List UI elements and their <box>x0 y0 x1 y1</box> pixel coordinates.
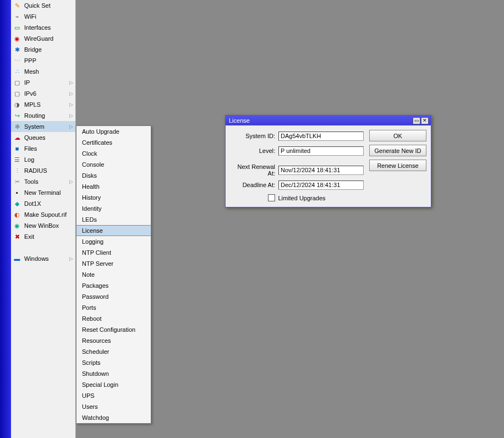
renewal-field[interactable]: Nov/12/2024 18:41:31 <box>278 166 364 175</box>
sidebar-item-ip[interactable]: ▢IP▷ <box>11 77 75 88</box>
sidebar-item-label: Tools <box>24 178 73 185</box>
submenu-arrow-icon: ▷ <box>69 80 73 85</box>
queues-icon: ☁ <box>13 134 21 141</box>
submenu-item-clock[interactable]: Clock <box>76 148 151 159</box>
sidebar-item-radius[interactable]: ⋮RADIUS <box>11 165 75 176</box>
submenu-item-ntp-client[interactable]: NTP Client <box>76 247 151 258</box>
submenu-item-reboot[interactable]: Reboot <box>76 313 151 324</box>
renew-license-button[interactable]: Renew License <box>369 160 426 171</box>
sidebar-item-label: WiFi <box>24 13 73 20</box>
submenu-item-packages[interactable]: Packages <box>76 280 151 291</box>
submenu-item-health[interactable]: Health <box>76 181 151 192</box>
limited-upgrades-checkbox[interactable] <box>268 194 275 201</box>
close-icon[interactable]: ✕ <box>421 117 429 124</box>
sidebar-item-label: Interfaces <box>24 24 73 31</box>
generate-new-id-button[interactable]: Generate New ID <box>369 145 426 156</box>
sidebar-item-label: Windows <box>24 255 73 262</box>
routing-icon: ↪ <box>13 112 21 119</box>
deadline-field[interactable]: Dec/12/2024 18:41:31 <box>278 180 364 190</box>
sidebar: ✎Quick Set⌁WiFi▭Interfaces◉WireGuard✱Bri… <box>11 0 76 438</box>
sidebar-item-quick-set[interactable]: ✎Quick Set <box>11 0 75 11</box>
submenu-item-auto-upgrade[interactable]: Auto Upgrade <box>76 126 151 137</box>
submenu-item-license[interactable]: License <box>76 225 151 236</box>
sidebar-item-ppp[interactable]: ⋯PPP <box>11 55 75 66</box>
sidebar-item-mesh[interactable]: ∴Mesh <box>11 66 75 77</box>
sidebar-item-dot1x[interactable]: ◆Dot1X <box>11 198 75 209</box>
sidebar-item-label: Queues <box>24 134 73 141</box>
make-supout-rif-icon: ◐ <box>13 211 21 218</box>
level-label: Level: <box>230 147 278 154</box>
submenu-item-leds[interactable]: LEDs <box>76 214 151 225</box>
renewal-label: Next Renewal At: <box>230 163 278 177</box>
submenu-item-ups[interactable]: UPS <box>76 390 151 401</box>
sidebar-item-system[interactable]: ✻System▷ <box>11 121 75 132</box>
sidebar-item-label: Files <box>24 145 73 152</box>
sidebar-item-log[interactable]: ☰Log <box>11 154 75 165</box>
submenu-item-certificates[interactable]: Certificates <box>76 137 151 148</box>
sidebar-item-label: IP <box>24 79 73 86</box>
ok-button[interactable]: OK <box>369 130 426 141</box>
sidebar-item-queues[interactable]: ☁Queues <box>11 132 75 143</box>
sidebar-item-label: Log <box>24 156 73 163</box>
quick-set-icon: ✎ <box>13 2 21 9</box>
sidebar-item-bridge[interactable]: ✱Bridge <box>11 44 75 55</box>
submenu-item-users[interactable]: Users <box>76 401 151 412</box>
sidebar-item-wireguard[interactable]: ◉WireGuard <box>11 33 75 44</box>
sidebar-item-interfaces[interactable]: ▭Interfaces <box>11 22 75 33</box>
system-id-label: System ID: <box>230 133 278 139</box>
sidebar-item-new-winbox[interactable]: ◉New WinBox <box>11 220 75 231</box>
submenu-item-logging[interactable]: Logging <box>76 236 151 247</box>
submenu-arrow-icon: ▷ <box>69 102 73 107</box>
sidebar-item-label: WireGuard <box>24 35 73 42</box>
sidebar-item-new-terminal[interactable]: ▪New Terminal <box>11 187 75 198</box>
submenu-item-reset-configuration[interactable]: Reset Configuration <box>76 324 151 335</box>
sidebar-item-windows[interactable]: ▬Windows▷ <box>11 253 75 264</box>
mpls-icon: ◑ <box>13 101 21 108</box>
submenu-item-note[interactable]: Note <box>76 269 151 280</box>
dialog-titlebar[interactable]: License ▭ ✕ <box>226 116 431 125</box>
sidebar-item-label: IPv6 <box>24 90 73 97</box>
sidebar-item-exit[interactable]: ✖Exit <box>11 231 75 242</box>
submenu-item-console[interactable]: Console <box>76 159 151 170</box>
sidebar-item-routing[interactable]: ↪Routing▷ <box>11 110 75 121</box>
submenu-item-password[interactable]: Password <box>76 291 151 302</box>
level-field[interactable]: P unlimited <box>278 146 364 156</box>
submenu-item-ntp-server[interactable]: NTP Server <box>76 258 151 269</box>
submenu-item-resources[interactable]: Resources <box>76 335 151 346</box>
submenu-item-identity[interactable]: Identity <box>76 203 151 214</box>
sidebar-item-ipv6[interactable]: ▢IPv6▷ <box>11 88 75 99</box>
submenu-item-disks[interactable]: Disks <box>76 170 151 181</box>
submenu-item-shutdown[interactable]: Shutdown <box>76 368 151 379</box>
dialog-title: License <box>229 117 412 124</box>
sidebar-item-tools[interactable]: ✂Tools▷ <box>11 176 75 187</box>
sidebar-item-label: New Terminal <box>24 189 73 196</box>
submenu-arrow-icon: ▷ <box>69 113 73 118</box>
system-id-field[interactable]: DAg54vbTLKH <box>278 132 364 141</box>
sidebar-item-wifi[interactable]: ⌁WiFi <box>11 11 75 22</box>
submenu-item-scheduler[interactable]: Scheduler <box>76 346 151 357</box>
ip-icon: ▢ <box>13 79 21 86</box>
sidebar-item-label: Exit <box>24 233 73 240</box>
sidebar-item-label: Mesh <box>24 68 73 75</box>
left-accent-bar <box>0 0 11 438</box>
submenu-item-watchdog[interactable]: Watchdog <box>76 412 151 423</box>
sidebar-item-files[interactable]: ■Files <box>11 143 75 154</box>
sidebar-item-label: RADIUS <box>24 167 73 174</box>
files-icon: ■ <box>13 145 21 152</box>
new-winbox-icon: ◉ <box>13 222 21 229</box>
submenu-item-history[interactable]: History <box>76 192 151 203</box>
mesh-icon: ∴ <box>13 68 21 75</box>
sidebar-item-mpls[interactable]: ◑MPLS▷ <box>11 99 75 110</box>
submenu-item-scripts[interactable]: Scripts <box>76 357 151 368</box>
bridge-icon: ✱ <box>13 46 21 53</box>
minimize-icon[interactable]: ▭ <box>413 117 420 124</box>
windows-icon: ▬ <box>13 255 21 262</box>
submenu-arrow-icon: ▷ <box>69 179 73 184</box>
system-icon: ✻ <box>13 123 21 130</box>
submenu-item-ports[interactable]: Ports <box>76 302 151 313</box>
wifi-icon: ⌁ <box>13 13 21 20</box>
submenu-item-special-login[interactable]: Special Login <box>76 379 151 390</box>
new-terminal-icon: ▪ <box>13 189 21 196</box>
dot1x-icon: ◆ <box>13 200 21 207</box>
sidebar-item-make-supout-rif[interactable]: ◐Make Supout.rif <box>11 209 75 220</box>
